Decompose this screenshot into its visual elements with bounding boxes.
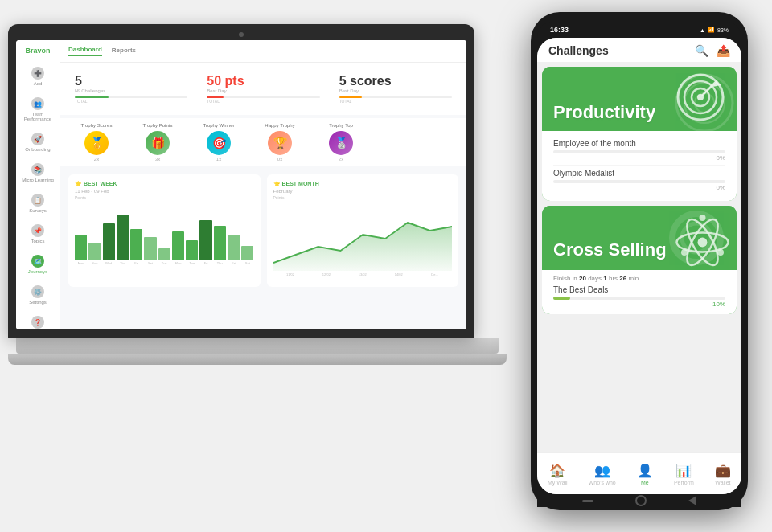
- stat-scores-value: 5 scores: [339, 74, 452, 88]
- best-month-label: Points: [273, 195, 453, 200]
- whoswho-label: Who's who: [589, 480, 616, 485]
- best-week-chart: ⭐ BEST WEEK 11 Feb - 09 Feb Points: [68, 174, 261, 287]
- add-icon: ➕: [31, 67, 44, 80]
- sidebar-label-journeys: Journeys: [28, 269, 47, 274]
- trophy-top: Trophy Top 🥈 2x: [313, 123, 369, 162]
- sidebar-label-onboarding: Onboarding: [25, 147, 50, 152]
- wallet-label: Wallet: [715, 480, 730, 485]
- sidebar-item-add[interactable]: ➕ Add: [18, 64, 57, 88]
- productivity-icon: [672, 69, 729, 129]
- sidebar-item-settings[interactable]: ⚙️ Settings: [18, 283, 57, 307]
- journeys-icon: 🗺️: [31, 255, 44, 268]
- area-chart: [273, 207, 453, 271]
- laptop: Bravon ➕ Add 👥 Team Performance 🚀 Onboar…: [8, 24, 507, 410]
- stat-challenges-sub: TOTAL: [75, 99, 187, 104]
- svg-point-16: [672, 214, 721, 262]
- surveys-icon: 📋: [31, 194, 44, 207]
- sidebar-label-learning: Micro Learning: [22, 178, 54, 182]
- sidebar-label-add: Add: [34, 81, 43, 86]
- perform-icon: 📊: [676, 463, 692, 478]
- sidebar-label-settings: Settings: [29, 300, 47, 305]
- phone-share-icon[interactable]: 📤: [717, 44, 730, 57]
- home-bar-dot[interactable]: [582, 500, 593, 502]
- phone-status-bar: 16:33 ▲ 📶 83%: [537, 22, 741, 38]
- trophy-happy-count: 0x: [277, 157, 282, 162]
- trophy-winner-label: Trophy Winner: [203, 123, 234, 128]
- phone-search-icon[interactable]: 🔍: [695, 44, 708, 57]
- task-olympic-bar: [553, 180, 725, 183]
- sidebar-item-topics[interactable]: 📌 Topics: [18, 222, 57, 246]
- trophy-points: Trophy Points 🎁 3x: [129, 123, 186, 162]
- tab-dashboard[interactable]: Dashboard: [68, 46, 102, 56]
- best-month-subtitle: February: [273, 189, 453, 194]
- sidebar-item-surveys[interactable]: 📋 Surveys: [18, 191, 57, 215]
- trophy-happy: Happy Trophy 🏆 0x: [252, 123, 308, 162]
- charts-area: ⭐ BEST WEEK 11 Feb - 09 Feb Points: [60, 170, 466, 292]
- phone-nav-perform[interactable]: 📊 Perform: [667, 460, 700, 489]
- phone-nav-mywall[interactable]: 🏠 My Wall: [541, 460, 574, 489]
- phone-nav-wallet[interactable]: 💼 Wallet: [708, 460, 737, 489]
- stat-points-sub: TOTAL: [207, 99, 319, 104]
- whoswho-icon: 👥: [594, 463, 610, 478]
- trophy-row: Trophy Scores 🥇 2x Trophy Points 🎁 3x Tr…: [60, 118, 466, 166]
- phone-status-icons: ▲ 📶 83%: [700, 27, 729, 33]
- trophy-scores: Trophy Scores 🥇 2x: [68, 123, 125, 162]
- sidebar-logo: Bravon: [25, 47, 50, 55]
- stats-row: 5 Nº Challenges TOTAL 50 pts Best Day TO…: [60, 63, 466, 115]
- top-nav: Dashboard Reports: [60, 40, 466, 63]
- sidebar-item-onboarding[interactable]: 🚀 Onboarding: [18, 130, 57, 154]
- task-employee-month-bar: [553, 150, 725, 153]
- stat-points-label: Best Day: [207, 88, 319, 93]
- sidebar-item-help[interactable]: ❓ Help: [18, 313, 57, 329]
- phone-header: Challenges 🔍 📤: [537, 38, 741, 62]
- productivity-challenge-card[interactable]: Productivity Employee of the month 0% Ol…: [542, 67, 737, 201]
- trophy-points-badge: 🎁: [146, 131, 170, 155]
- phone-scroll-area: Productivity Employee of the month 0% Ol…: [537, 62, 741, 452]
- trophy-top-label: Trophy Top: [329, 123, 353, 128]
- stat-scores-sub: TOTAL: [339, 99, 452, 104]
- signal-icon: ▲: [700, 27, 705, 33]
- best-month-chart: ⭐ BEST MONTH February Points: [267, 174, 459, 287]
- home-bar-circle[interactable]: [635, 495, 647, 506]
- phone-bottom-nav: 🏠 My Wall 👥 Who's who 👤 Me 📊 Perform 💼: [537, 452, 741, 494]
- phone-header-title: Challenges: [548, 44, 609, 57]
- battery-icon: 83%: [717, 27, 729, 33]
- sidebar-label-topics: Topics: [31, 239, 44, 243]
- stat-challenges-label: Nº Challenges: [75, 88, 187, 93]
- trophy-scores-count: 2x: [94, 157, 99, 162]
- mywall-label: My Wall: [548, 480, 568, 485]
- tab-reports[interactable]: Reports: [112, 47, 136, 55]
- sidebar-label-surveys: Surveys: [29, 208, 47, 213]
- laptop-sidebar: Bravon ➕ Add 👥 Team Performance 🚀 Onboar…: [16, 40, 60, 329]
- phone-nav-me[interactable]: 👤 Me: [630, 460, 659, 489]
- task-employee-month-name: Employee of the month: [553, 139, 725, 148]
- task-olympic-name: Olympic Medalist: [553, 169, 725, 178]
- trophy-happy-badge: 🏆: [268, 131, 292, 155]
- cross-selling-pct: 10%: [553, 301, 725, 308]
- productivity-tasks: Employee of the month 0% Olympic Medalis…: [542, 131, 737, 201]
- stat-challenges: 5 Nº Challenges TOTAL: [68, 69, 194, 108]
- productivity-card-header: Productivity: [542, 67, 737, 131]
- stat-scores: 5 scores Best Day TOTAL: [333, 69, 458, 108]
- laptop-bottom: [8, 354, 507, 365]
- best-week-subtitle: 11 Feb - 09 Feb: [75, 189, 254, 194]
- cross-selling-challenge-card[interactable]: Cross Selling Finish in 20 days 1 hrs 26…: [542, 206, 737, 314]
- trophy-top-badge: 🥈: [329, 131, 353, 155]
- me-icon: 👤: [637, 463, 653, 478]
- trophy-happy-label: Happy Trophy: [265, 123, 294, 128]
- onboarding-icon: 🚀: [31, 133, 44, 145]
- settings-icon: ⚙️: [31, 285, 44, 298]
- svg-point-17: [682, 223, 711, 252]
- best-month-title: ⭐ BEST MONTH: [273, 181, 453, 187]
- phone-nav-whoswho[interactable]: 👥 Who's who: [582, 460, 622, 489]
- sidebar-item-learning[interactable]: 📚 Micro Learning: [18, 161, 57, 185]
- mywall-icon: 🏠: [549, 463, 565, 478]
- sidebar-item-journeys[interactable]: 🗺️ Journeys: [18, 252, 57, 276]
- sidebar-item-team[interactable]: 👥 Team Performance: [18, 95, 57, 124]
- topics-icon: 📌: [31, 224, 44, 237]
- stat-scores-label: Best Day: [339, 88, 452, 93]
- phone-outer: 16:33 ▲ 📶 83% Challenges 🔍 📤: [531, 12, 748, 510]
- phone: 16:33 ▲ 📶 83% Challenges 🔍 📤: [531, 12, 748, 510]
- team-icon: 👥: [31, 97, 44, 110]
- home-bar-back[interactable]: [688, 496, 696, 505]
